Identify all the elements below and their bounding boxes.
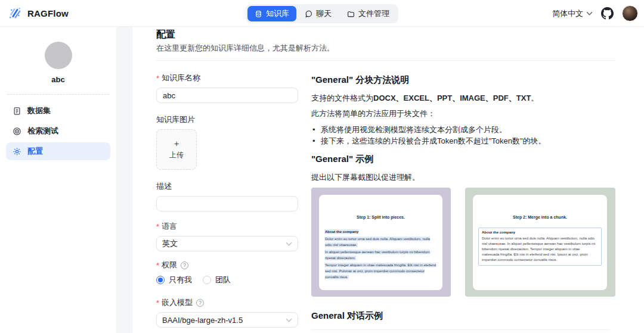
radio-unselected-icon (203, 276, 211, 284)
tab-label: 知识库 (266, 8, 289, 19)
example-screenshots: Step 1: Split into pieces. About the com… (311, 188, 617, 297)
chevron-down-icon (286, 318, 292, 322)
question-circle-icon[interactable]: ? (196, 299, 204, 307)
header-right: 简体中文 (552, 0, 638, 27)
sidebar-item-configuration[interactable]: 配置 (6, 142, 110, 160)
supported-formats: 支持的文件格式为DOCX、EXCEL、PPT、IMAGE、PDF、TXT。 (311, 93, 617, 104)
page-title: 配置 (156, 29, 175, 41)
example-description: 提出以下屏幕截图以促进理解。 (311, 172, 617, 183)
step2-title: Step 2: Merge into a chunk. (473, 215, 607, 219)
configuration-panel: 配置 在这里更新您的知识库详细信息，尤其是解析方法。 知识库名称 知识库图片 +… (132, 27, 644, 333)
description-input[interactable] (156, 196, 298, 211)
sidebar-item-label: 配置 (27, 146, 43, 157)
radio-team[interactable]: 团队 (203, 275, 231, 285)
plus-icon: + (174, 139, 179, 148)
sidebar-menu: 数据集 检索测试 配置 (0, 102, 116, 160)
tab-knowledge-base[interactable]: 知识库 (247, 6, 296, 21)
sidebar-item-label: 检索测试 (27, 126, 58, 136)
embedding-model-value: BAAI/bge-large-zh-v1.5 (162, 316, 243, 325)
embedding-model-select[interactable]: BAAI/bge-large-zh-v1.5 (156, 312, 298, 328)
ragflow-logo-icon (7, 5, 23, 21)
kb-name-input[interactable] (156, 88, 298, 103)
page-subtitle: 在这里更新您的知识库详细信息，尤其是解析方法。 (156, 43, 335, 54)
step2-chunk-box: About the company Dolor enim eu tortor u… (478, 228, 602, 266)
upload-label: 上传 (169, 150, 184, 160)
example-title: "General" 示例 (311, 154, 617, 165)
folder-icon (347, 10, 355, 18)
kb-name: abc (0, 75, 116, 84)
language-select-value: 英文 (162, 238, 178, 249)
method-bullets: 系统将使用视觉检测模型将连续文本分割成多个片段。 接下来，这些连续的片段被合并成… (311, 124, 617, 147)
step1-text: About the company Dolor enim eu tortor u… (325, 229, 436, 280)
chevron-down-icon (586, 11, 593, 15)
permission-label: 权限 ? (156, 260, 298, 270)
github-icon[interactable] (601, 7, 614, 20)
tab-file-management[interactable]: 文件管理 (340, 6, 397, 21)
language-selector[interactable]: 简体中文 (552, 8, 593, 19)
header-divider (156, 60, 615, 61)
kb-image-label: 知识库图片 (156, 114, 298, 125)
sidebar-item-label: 数据集 (27, 105, 51, 116)
tab-label: 聊天 (316, 8, 332, 19)
kb-name-label: 知识库名称 (156, 73, 298, 83)
language-label: 简体中文 (552, 8, 583, 19)
language-select[interactable]: 英文 (156, 236, 298, 251)
kb-config-form: 知识库名称 知识库图片 + 上传 描述 语言 英文 (156, 73, 298, 333)
kb-image-upload[interactable]: + 上传 (156, 129, 197, 170)
kb-sidebar: abc 数据集 (0, 27, 116, 333)
permission-radio-group: 只有我 团队 (156, 275, 298, 285)
dialog-example-title: General 对话示例 (311, 310, 617, 322)
language-field-label: 语言 (156, 221, 298, 232)
bottom-divider (311, 329, 609, 330)
ragflow-app: RAGFlow 知识库 聊天 (0, 0, 644, 333)
kb-avatar (45, 42, 72, 69)
sidebar-divider (7, 94, 109, 95)
brand[interactable]: RAGFlow (0, 5, 69, 21)
sidebar-item-retrieval-test[interactable]: 检索测试 (6, 122, 110, 140)
method-help: "General" 分块方法说明 支持的文件格式为DOCX、EXCEL、PPT、… (311, 74, 617, 330)
embedding-model-label: 嵌入模型 ? (156, 297, 298, 308)
tab-label: 文件管理 (358, 8, 389, 19)
main-nav: 知识库 聊天 文件管理 (246, 4, 398, 23)
step1-title: Step 1: Split into pieces. (319, 215, 442, 219)
bullet-item: 系统将使用视觉检测模型将连续文本分割成多个片段。 (311, 124, 617, 135)
bullet-item: 接下来，这些连续的片段被合并成Token数不超过"Token数"的块。 (311, 135, 617, 147)
sidebar-item-dataset[interactable]: 数据集 (6, 102, 110, 120)
brand-name: RAGFlow (27, 8, 69, 18)
example-image-step2: Step 2: Merge into a chunk. About the co… (465, 188, 615, 297)
target-icon (13, 127, 21, 136)
chat-icon (305, 10, 312, 18)
description-label: 描述 (156, 181, 298, 192)
user-avatar[interactable] (622, 5, 638, 21)
radio-only-me[interactable]: 只有我 (156, 275, 192, 285)
question-circle-icon[interactable]: ? (181, 262, 188, 269)
tab-chat[interactable]: 聊天 (298, 6, 339, 21)
knowledge-base-icon (255, 10, 262, 18)
step1-card: Step 1: Split into pieces. About the com… (319, 195, 442, 290)
example-image-step1: Step 1: Split into pieces. About the com… (311, 188, 451, 297)
method-title: "General" 分块方法说明 (311, 74, 617, 86)
document-icon (13, 107, 21, 116)
step2-card: Step 2: Merge into a chunk. About the co… (473, 195, 607, 290)
method-description: 此方法将简单的方法应用于块文件： (311, 108, 617, 119)
top-header: RAGFlow 知识库 聊天 (0, 0, 644, 27)
chevron-down-icon (286, 242, 292, 246)
radio-selected-icon (156, 276, 165, 284)
gear-icon (13, 147, 21, 156)
